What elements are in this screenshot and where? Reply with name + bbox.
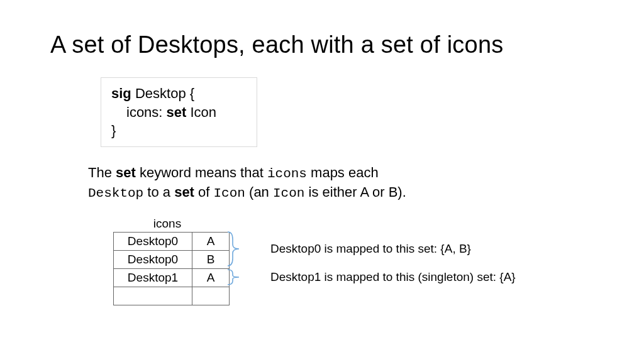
mono-desktop: Desktop [88,186,143,200]
mono-icon: Icon [214,186,245,200]
cell-empty [192,287,230,305]
cell-icon: A [192,232,230,250]
explanation-text: The set keyword means that icons maps ea… [88,163,478,203]
table-row: Desktop0 A [114,232,230,250]
table-row-empty [114,287,230,305]
bold-set: set [116,165,136,180]
slide-container: A set of Desktops, each with a set of ic… [0,0,644,305]
annotation-1: Desktop0 is mapped to this set: {A, B} [270,242,471,256]
cell-empty [114,287,192,305]
keyword-set: set [167,104,187,120]
cell-desktop: Desktop0 [114,250,192,268]
code-line-3: } [111,121,247,140]
mono-icons: icons [267,167,307,181]
t: is either A or B). [304,184,406,200]
annotation-2: Desktop1 is mapped to this (singleton) s… [270,270,516,284]
t: keyword means that [136,165,267,180]
table-row: Desktop1 A [114,268,230,287]
keyword-sig: sig [111,85,131,101]
mono-icon2: Icon [273,186,304,200]
icons-table: Desktop0 A Desktop0 B Desktop1 A [113,232,230,305]
field-post: Icon [186,104,216,120]
cell-desktop: Desktop0 [114,232,192,250]
sig-name: Desktop { [131,85,194,101]
slide-title: A set of Desktops, each with a set of ic… [50,31,594,58]
t: of [194,184,214,200]
brace-icon [226,231,240,267]
bold-set2: set [174,184,194,200]
t: to a [143,184,174,200]
code-line-2: icons: set Icon [111,103,247,122]
brace-icon [226,268,240,286]
cell-icon: A [192,268,230,287]
table-row: Desktop0 B [114,250,230,268]
t: maps each [307,165,379,180]
code-block: sig Desktop { icons: set Icon } [101,77,257,147]
table-caption: icons [113,217,221,231]
t: The [88,165,116,180]
t: (an [245,184,273,200]
table-area: icons Desktop0 A Desktop0 B Desktop1 A [113,217,594,305]
code-line-1: sig Desktop { [111,84,247,103]
cell-desktop: Desktop1 [114,268,192,287]
code-indent: icons: set Icon [111,103,216,122]
cell-icon: B [192,250,230,268]
field-pre: icons: [126,104,167,120]
